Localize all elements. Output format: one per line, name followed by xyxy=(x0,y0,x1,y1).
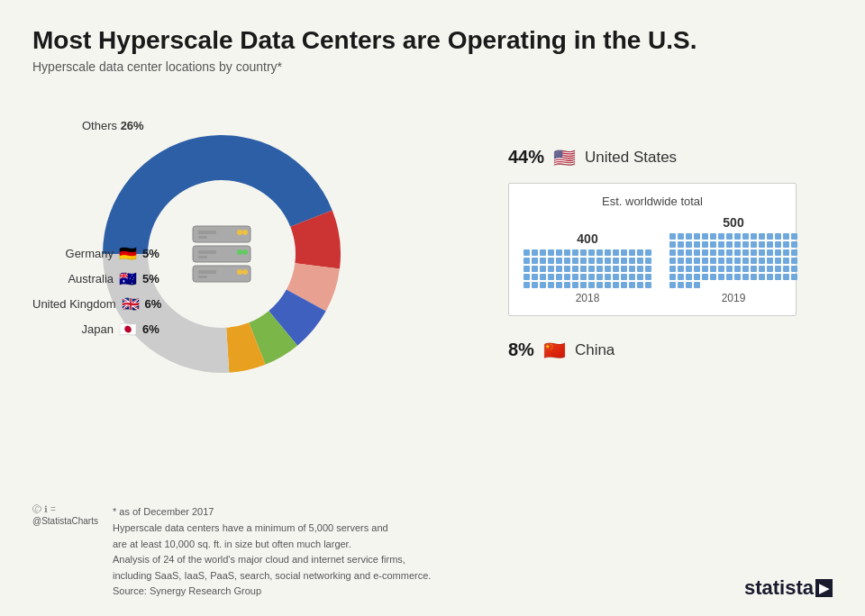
dot xyxy=(710,258,716,264)
dot xyxy=(710,249,716,256)
dot xyxy=(742,274,749,280)
dot xyxy=(718,266,724,272)
source: Source: Synergy Research Group xyxy=(113,584,431,600)
dot xyxy=(532,258,538,264)
dot xyxy=(742,233,749,240)
note3: are at least 10,000 sq. ft. in size but … xyxy=(113,537,431,553)
japan-name: Japan xyxy=(32,322,114,336)
dot xyxy=(726,274,733,280)
dot xyxy=(556,282,562,288)
dot xyxy=(580,282,587,288)
dot xyxy=(702,241,708,248)
val-2019: 500 xyxy=(723,215,743,230)
dot xyxy=(751,258,757,264)
dot xyxy=(580,249,587,256)
dot xyxy=(621,282,627,288)
dot xyxy=(621,266,627,272)
dot xyxy=(629,258,635,264)
dot xyxy=(580,266,587,272)
chart-area: Others 26% Germany 🇩🇪 5% Australia 🇦🇺 5%… xyxy=(32,92,411,416)
dot xyxy=(596,274,603,280)
dot xyxy=(524,266,530,272)
dot xyxy=(702,266,708,272)
dot xyxy=(564,249,570,256)
dot xyxy=(556,266,562,272)
dot xyxy=(532,274,538,280)
dot xyxy=(669,282,676,288)
dot xyxy=(783,266,789,272)
japan-flag: 🇯🇵 xyxy=(119,321,137,338)
dot xyxy=(710,241,716,248)
left-labels: Germany 🇩🇪 5% Australia 🇦🇺 5% United Kin… xyxy=(32,245,161,338)
dot xyxy=(718,282,724,288)
dot xyxy=(621,258,627,264)
dot xyxy=(694,241,700,248)
dot xyxy=(637,249,643,256)
dot xyxy=(678,241,684,248)
dot xyxy=(572,282,578,288)
dot xyxy=(775,249,781,256)
worldwide-box: Est. worldwide total 400 2018 500 2019 xyxy=(508,183,797,316)
val-2018: 400 xyxy=(577,231,597,246)
dot xyxy=(775,233,781,240)
dot xyxy=(726,241,733,248)
dot xyxy=(694,233,700,240)
dot xyxy=(702,258,708,264)
dot xyxy=(751,274,757,280)
label-2019: 2019 xyxy=(722,292,746,304)
title: Most Hyperscale Data Centers are Operati… xyxy=(32,25,833,56)
us-pct: 44% xyxy=(508,147,544,168)
dot xyxy=(678,266,684,272)
dot xyxy=(637,258,643,264)
dot xyxy=(734,282,741,288)
dot xyxy=(783,282,789,288)
dot xyxy=(759,258,765,264)
germany-flag: 🇩🇪 xyxy=(119,245,137,262)
dot xyxy=(702,233,708,240)
dot xyxy=(532,282,538,288)
dot xyxy=(686,233,692,240)
dot xyxy=(540,274,546,280)
australia-pct: 5% xyxy=(142,272,159,285)
others-label: Others 26% xyxy=(82,119,144,132)
statista-logo: statista ▶ xyxy=(744,576,833,600)
dot xyxy=(556,249,562,256)
svg-rect-7 xyxy=(198,256,207,258)
dot xyxy=(710,266,716,272)
dot xyxy=(605,282,611,288)
dot xyxy=(751,241,757,248)
dot xyxy=(669,241,676,248)
dot xyxy=(726,233,733,240)
dot xyxy=(759,274,765,280)
svg-point-12 xyxy=(237,249,242,255)
dot xyxy=(686,282,692,288)
dot xyxy=(686,249,692,256)
dot xyxy=(734,249,741,256)
dot xyxy=(637,282,643,288)
dot xyxy=(767,282,773,288)
dot xyxy=(596,249,603,256)
dot xyxy=(572,266,578,272)
us-row: 44% 🇺🇸 United States xyxy=(508,147,833,168)
dot xyxy=(694,249,700,256)
dot xyxy=(759,282,765,288)
dot xyxy=(775,241,781,248)
dot xyxy=(686,274,692,280)
dot xyxy=(783,241,789,248)
dot xyxy=(588,258,595,264)
dot xyxy=(548,282,554,288)
dot xyxy=(791,282,797,288)
dot xyxy=(742,258,749,264)
dot xyxy=(694,282,700,288)
china-row: 8% 🇨🇳 China xyxy=(508,340,833,361)
dot xyxy=(783,274,789,280)
dot xyxy=(718,233,724,240)
japan-label-row: Japan 🇯🇵 6% xyxy=(32,321,161,338)
dot xyxy=(580,258,587,264)
page-container: Most Hyperscale Data Centers are Operati… xyxy=(0,0,865,616)
dot xyxy=(572,274,578,280)
dot xyxy=(548,258,554,264)
dot xyxy=(734,233,741,240)
dot xyxy=(548,266,554,272)
dot xyxy=(532,266,538,272)
